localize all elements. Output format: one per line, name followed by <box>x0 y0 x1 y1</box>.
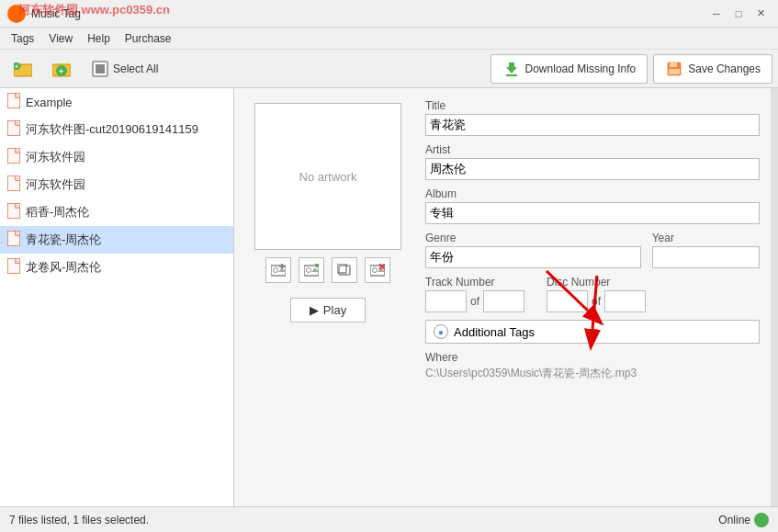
play-label: Play <box>323 303 346 317</box>
toolbar: + + Select All <box>0 50 778 88</box>
track-disc-row: Track Number of Disc Number of <box>425 276 760 312</box>
artist-input[interactable] <box>425 158 760 180</box>
svg-rect-12 <box>670 62 677 67</box>
file-list-item[interactable]: 稻香-周杰伦 <box>0 198 233 226</box>
app-logo <box>7 5 26 23</box>
file-page-icon <box>7 120 20 139</box>
icon-btn-2[interactable]: + <box>44 55 79 83</box>
file-page-icon <box>7 148 20 166</box>
svg-point-34 <box>307 268 311 273</box>
icon-btn-1[interactable]: + <box>6 55 40 83</box>
disc-number-label: Disc Number <box>547 276 646 289</box>
file-list-item[interactable]: 龙卷风-周杰伦 <box>0 254 233 281</box>
download-missing-info-button[interactable]: Download Missing Info <box>490 54 648 84</box>
window-controls: ─ □ ✕ <box>706 4 771 24</box>
artist-label: Artist <box>425 143 760 156</box>
year-group: Year <box>652 232 760 268</box>
genre-label: Genre <box>425 232 641 244</box>
play-button[interactable]: ▶ Play <box>290 298 366 323</box>
where-section: Where C:\Users\pc0359\Music\青花瓷-周杰伦.mp3 <box>425 351 760 381</box>
file-name: Example <box>26 96 73 109</box>
menu-purchase[interactable]: Purchase <box>118 30 179 47</box>
svg-rect-32 <box>279 266 285 267</box>
file-list-item[interactable]: 河东软件园 <box>0 171 233 198</box>
save-label: Save Changes <box>688 62 761 75</box>
svg-rect-24 <box>7 231 20 246</box>
window-title: Music Tag <box>31 7 706 20</box>
status-bar: 7 files listed, 1 files selected. Online <box>0 506 778 532</box>
disc-num-input[interactable] <box>547 290 588 312</box>
file-name: 稻香-周杰伦 <box>26 204 89 221</box>
track-inputs: of <box>425 290 524 312</box>
year-label: Year <box>652 232 760 244</box>
svg-point-41 <box>373 268 378 273</box>
no-artwork-text: No artwork <box>299 170 357 184</box>
file-list-item[interactable]: Example <box>0 88 233 116</box>
minimize-button[interactable]: ─ <box>706 4 727 24</box>
menu-bar: Tags View Help Purchase <box>0 28 778 50</box>
disc-inputs: of <box>547 290 646 312</box>
track-number-group: Track Number of <box>425 276 524 312</box>
file-list-item[interactable]: 青花瓷-周杰伦 <box>0 226 233 254</box>
svg-rect-20 <box>7 175 20 191</box>
file-page-icon <box>7 231 20 249</box>
tag-form: Title Artist Album Genre Year <box>418 88 771 506</box>
file-name: 河东软件园 <box>26 176 85 193</box>
status-online: Online <box>718 513 769 527</box>
svg-rect-26 <box>7 258 20 274</box>
disc-of-text: of <box>592 295 601 308</box>
album-group: Album <box>425 187 760 224</box>
svg-point-29 <box>274 268 278 273</box>
additional-tags-section[interactable]: ● Additional Tags <box>425 320 760 344</box>
artwork-edit-btn[interactable] <box>299 257 324 283</box>
svg-marker-9 <box>506 62 517 74</box>
year-input[interactable] <box>652 246 760 268</box>
disc-of-input[interactable] <box>604 290 646 312</box>
file-page-icon <box>7 203 20 221</box>
additional-tags-toggle-icon: ● <box>434 324 448 339</box>
track-num-input[interactable] <box>425 290 467 312</box>
status-text: 7 files listed, 1 files selected. <box>9 514 149 526</box>
file-page-icon <box>7 175 20 194</box>
artwork-copy-btn[interactable] <box>332 257 357 283</box>
artwork-add-btn[interactable] <box>265 257 291 283</box>
select-all-label: Select All <box>113 62 158 75</box>
track-number-label: Track Number <box>425 276 524 289</box>
genre-input[interactable] <box>425 246 641 268</box>
file-list-item[interactable]: 河东软件园 <box>0 143 233 171</box>
file-page-icon <box>7 258 20 277</box>
file-name: 河东软件园 <box>26 149 85 165</box>
menu-tags[interactable]: Tags <box>4 30 41 47</box>
save-changes-button[interactable]: Save Changes <box>653 54 772 84</box>
download-label: Download Missing Info <box>525 62 637 75</box>
menu-view[interactable]: View <box>41 30 80 47</box>
title-input[interactable] <box>425 114 760 136</box>
svg-text:+: + <box>59 66 63 75</box>
file-name: 龙卷风-周杰伦 <box>26 259 101 276</box>
disc-number-group: Disc Number of <box>547 276 646 312</box>
download-icon <box>502 60 521 78</box>
title-group: Title <box>425 99 760 136</box>
genre-group: Genre <box>425 232 641 268</box>
menu-help[interactable]: Help <box>80 30 118 47</box>
online-text: Online <box>718 514 750 526</box>
maximize-button[interactable]: □ <box>728 4 749 24</box>
svg-rect-18 <box>7 148 20 164</box>
online-indicator <box>754 513 769 527</box>
additional-tags-label: Additional Tags <box>454 325 535 339</box>
folder-icon: + <box>14 60 32 78</box>
save-icon <box>665 60 683 78</box>
file-name: 河东软件图-cut20190619141159 <box>26 121 198 138</box>
artwork-delete-btn[interactable] <box>365 257 390 283</box>
close-button[interactable]: ✕ <box>750 4 771 24</box>
artist-group: Artist <box>425 143 760 180</box>
folder-add-icon: + <box>52 60 71 78</box>
select-all-button[interactable]: Select All <box>83 55 166 83</box>
track-of-input[interactable] <box>483 290 524 312</box>
svg-rect-22 <box>7 203 20 219</box>
album-input[interactable] <box>425 202 760 224</box>
file-list-item[interactable]: 河东软件图-cut20190619141159 <box>0 116 233 143</box>
track-of-text: of <box>470 295 479 308</box>
svg-rect-13 <box>669 69 680 74</box>
right-scrollbar[interactable] <box>771 88 778 506</box>
